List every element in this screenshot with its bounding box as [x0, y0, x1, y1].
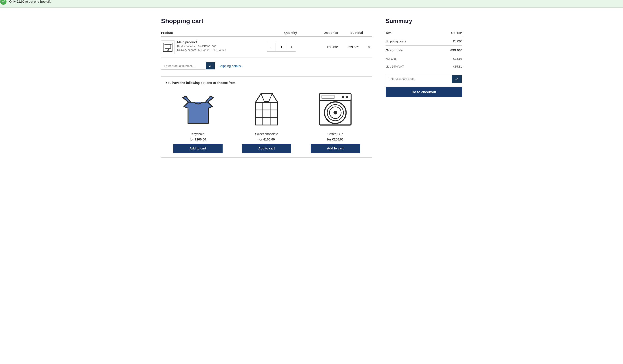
svg-point-2	[167, 49, 169, 51]
column-product: Product	[161, 29, 267, 37]
svg-rect-5	[255, 103, 278, 125]
summary-vat-row: plus 19% VAT €15.81	[386, 63, 462, 70]
quantity-increase-button[interactable]: +	[287, 43, 296, 51]
product-number-input[interactable]	[161, 62, 206, 69]
summary-sidebar: Summary Total €99.00* Shipping costs €0.…	[386, 18, 462, 158]
product-number-field[interactable]	[161, 62, 215, 70]
option-card-keychain: Keychain for €100.00 Add to cart	[166, 89, 230, 153]
option-name-chocolate: Sweet chocolate	[255, 132, 278, 136]
product-info: Main product Product number: SWDEMO10001…	[177, 40, 226, 52]
net-total-label: Net total	[386, 57, 396, 60]
vat-label: plus 19% VAT	[386, 65, 403, 68]
page-title: Shopping cart	[161, 18, 372, 25]
svg-rect-1	[165, 44, 171, 48]
options-grid: Keychain for €100.00 Add to cart	[166, 89, 367, 153]
options-title: You have the following options to choose…	[166, 81, 367, 85]
option-price-coffeecup: for €250.00	[327, 138, 343, 141]
remove-item-button[interactable]: ✕	[367, 43, 372, 51]
subtotal-cell: €99.00*	[338, 37, 363, 58]
total-value: €99.00*	[451, 31, 462, 35]
summary-shipping-row: Shipping costs €0.00*	[386, 37, 462, 45]
grand-total-value: €99.00*	[450, 48, 462, 52]
add-to-cart-coffeecup-button[interactable]: Add to cart	[311, 144, 360, 153]
summary-grand-total-row: Grand total €99.00*	[386, 45, 462, 55]
product-number-row: Shipping details ›	[161, 62, 372, 70]
keychain-image	[178, 89, 218, 129]
product-number-confirm-button[interactable]	[206, 62, 215, 69]
svg-point-18	[334, 111, 337, 114]
option-card-chocolate: Sweet chocolate for €100.00 Add to cart	[234, 89, 299, 153]
option-price-chocolate: for €100.00	[258, 138, 275, 141]
svg-point-12	[342, 96, 344, 98]
table-row: Main product Product number: SWDEMO10001…	[161, 37, 372, 58]
promo-banner: Only €1.00 to get one free gift.	[0, 0, 623, 8]
summary-total-row: Total €99.00*	[386, 29, 462, 37]
option-name-coffeecup: Coffee Cup	[327, 132, 343, 136]
column-subtotal: Subtotal	[338, 29, 363, 37]
column-quantity: Quantity	[267, 29, 314, 37]
quantity-input[interactable]	[276, 43, 287, 51]
cart-table: Product Quantity Unit price Subtotal	[161, 29, 372, 58]
checkout-button[interactable]: Go to checkout	[386, 87, 462, 97]
add-to-cart-keychain-button[interactable]: Add to cart	[173, 144, 222, 153]
option-card-coffeecup: Coffee Cup for €250.00 Add to cart	[303, 89, 367, 153]
svg-point-13	[346, 96, 348, 98]
promo-text: Only €1.00 to get one free gift.	[9, 0, 51, 3]
option-name-keychain: Keychain	[191, 132, 204, 136]
unit-price-cell: €99.00*	[314, 37, 338, 58]
quantity-control[interactable]: − +	[267, 43, 296, 52]
options-section: You have the following options to choose…	[161, 76, 372, 158]
chocolate-image	[246, 89, 287, 129]
grand-total-label: Grand total	[386, 48, 403, 52]
vat-value: €15.81	[453, 65, 462, 68]
shipping-label: Shipping costs	[386, 40, 406, 43]
option-price-keychain: for €100.00	[190, 138, 206, 141]
total-label: Total	[386, 31, 392, 35]
product-thumbnail	[161, 40, 175, 54]
discount-input[interactable]	[386, 75, 452, 83]
discount-confirm-button[interactable]	[452, 75, 462, 83]
net-total-value: €83.19	[453, 57, 462, 60]
summary-net-total-row: Net total €83.19	[386, 55, 462, 63]
promo-icon	[0, 0, 6, 5]
shipping-details-link[interactable]: Shipping details ›	[219, 64, 243, 68]
add-to-cart-chocolate-button[interactable]: Add to cart	[242, 144, 291, 153]
column-unit-price: Unit price	[314, 29, 338, 37]
discount-field[interactable]	[386, 75, 462, 83]
summary-title: Summary	[386, 18, 462, 24]
quantity-decrease-button[interactable]: −	[267, 43, 276, 51]
shipping-value: €0.00*	[453, 40, 462, 43]
coffeecup-image	[315, 89, 356, 129]
